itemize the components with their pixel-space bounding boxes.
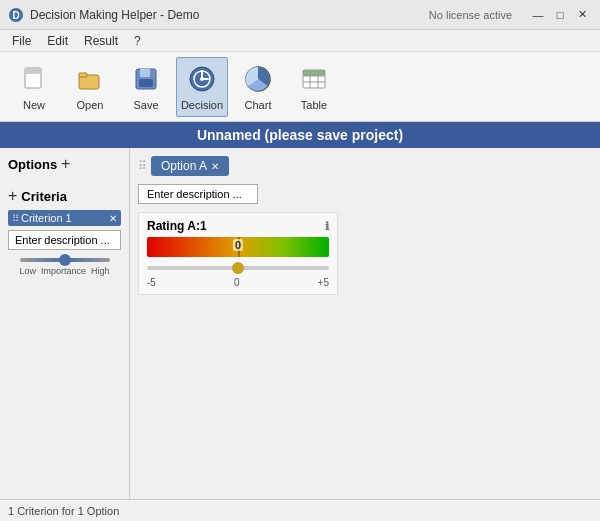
rating-slider-row [147,261,329,275]
rating-header: Rating A:1 ℹ [147,219,329,233]
slider-labels: Low Importance High [20,266,110,276]
chart-button[interactable]: Chart [232,57,284,117]
save-button[interactable]: Save [120,57,172,117]
criterion-description-button[interactable]: Enter description ... [8,230,121,250]
svg-rect-7 [140,69,150,77]
rating-info-button[interactable]: ℹ [325,220,329,233]
left-panel: Options + + Criteria ⠿ Criterion 1 ✕ Ent… [0,148,130,499]
svg-rect-3 [25,68,41,74]
table-button[interactable]: Table [288,57,340,117]
criterion-item: ⠿ Criterion 1 ✕ [8,210,121,226]
importance-slider-container: Low Importance High [8,254,121,276]
option-tab-close-button[interactable]: ✕ [211,161,219,172]
option-tab-a[interactable]: Option A ✕ [151,156,229,176]
rating-bar: 0 [147,237,329,257]
svg-text:D: D [12,10,19,21]
decision-button[interactable]: Decision [176,57,228,117]
chart-icon [242,63,274,95]
options-header: Options + [8,156,121,172]
add-criteria-button[interactable]: + [8,188,17,204]
table-icon [298,63,330,95]
minimize-button[interactable]: — [528,5,548,25]
new-icon [18,63,50,95]
rating-bar-container: 0 [147,237,329,257]
toolbar: New Open Save [0,52,600,122]
app-icon: D [8,7,24,23]
project-title: Unnamed (please save project) [0,122,600,148]
license-status: No license active [429,9,512,21]
main-content: Options + + Criteria ⠿ Criterion 1 ✕ Ent… [0,148,600,499]
add-option-button[interactable]: + [61,156,70,172]
decision-icon [186,63,218,95]
window-title: Decision Making Helper - Demo [30,8,199,22]
criteria-header: + Criteria [8,188,121,204]
close-button[interactable]: ✕ [572,5,592,25]
menu-help[interactable]: ? [126,32,149,50]
open-icon [74,63,106,95]
drag-handle-icon[interactable]: ⠿ [12,213,19,224]
options-tabs: ⠿ Option A ✕ [138,156,592,176]
menu-result[interactable]: Result [76,32,126,50]
new-button[interactable]: New [8,57,60,117]
menu-edit[interactable]: Edit [39,32,76,50]
rating-area: Rating A:1 ℹ 0 -5 0 +5 [138,212,338,295]
maximize-button[interactable]: □ [550,5,570,25]
status-bar: 1 Criterion for 1 Option [0,499,600,521]
rating-axis-labels: -5 0 +5 [147,277,329,288]
save-icon [130,63,162,95]
title-bar: D Decision Making Helper - Demo No licen… [0,0,600,30]
rating-slider-thumb[interactable] [232,262,244,274]
importance-slider-track[interactable] [20,258,110,262]
right-panel: ⠿ Option A ✕ Enter description ... Ratin… [130,148,600,499]
rating-value-label: 0 [233,239,243,251]
criterion-close-button[interactable]: ✕ [109,213,117,224]
option-drag-handle-icon[interactable]: ⠿ [138,159,147,173]
svg-rect-8 [139,79,153,87]
menu-bar: File Edit Result ? [0,30,600,52]
option-description-button[interactable]: Enter description ... [138,184,258,204]
svg-rect-5 [79,73,87,77]
open-button[interactable]: Open [64,57,116,117]
status-text: 1 Criterion for 1 Option [8,505,119,517]
menu-file[interactable]: File [4,32,39,50]
svg-rect-18 [303,70,325,76]
importance-slider-thumb[interactable] [59,254,71,266]
svg-point-11 [200,77,204,81]
